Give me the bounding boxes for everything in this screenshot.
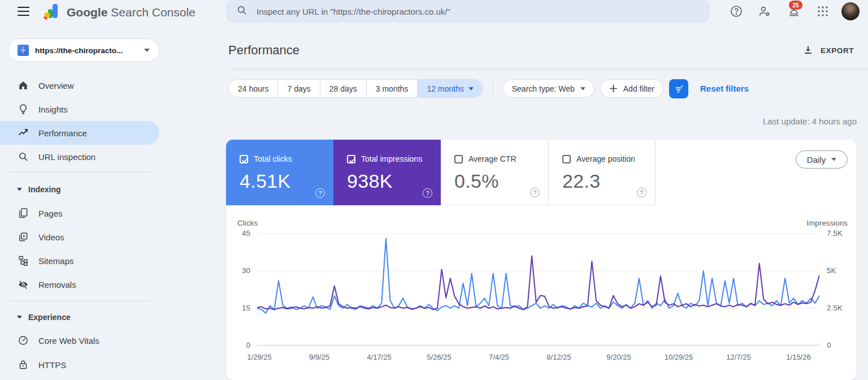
metric-tile-total-impressions[interactable]: Total impressions 938K ? xyxy=(333,140,441,205)
x-axis-label: 7/4/25 xyxy=(489,353,509,361)
tab-28-days[interactable]: 28 days xyxy=(320,80,366,97)
y-axis-tick: 5K xyxy=(827,266,836,275)
impressions-line xyxy=(257,256,819,310)
property-selector[interactable]: https://the-chiropracto... xyxy=(8,38,159,62)
x-axis-label: 10/29/25 xyxy=(665,353,693,361)
compare-filter-button[interactable] xyxy=(669,79,688,98)
download-icon xyxy=(802,45,814,56)
home-icon xyxy=(18,80,29,91)
divider xyxy=(9,172,151,172)
chevron-down-icon xyxy=(144,49,150,52)
reset-filters-link[interactable]: Reset filters xyxy=(700,84,749,93)
sidebar-item-https[interactable]: HTTPS xyxy=(0,353,159,377)
tab-12-months[interactable]: 12 months xyxy=(417,80,482,97)
y-axis-tick: 0 xyxy=(827,341,831,350)
url-inspect-input[interactable] xyxy=(257,7,701,16)
top-bar: GoogleSearch Console 25 xyxy=(0,0,868,23)
x-axis-label: 1/29/25 xyxy=(247,353,271,361)
url-inspect-bar xyxy=(226,0,710,23)
search-console-logo-icon xyxy=(43,3,60,22)
pages-icon xyxy=(18,208,29,219)
search-icon xyxy=(18,151,29,162)
sidebar-item-performance[interactable]: Performance xyxy=(0,121,159,145)
metric-tile-total-clicks[interactable]: Total clicks 4.51K ? xyxy=(226,140,333,205)
sidebar-item-url-inspection[interactable]: URL inspection xyxy=(0,145,159,169)
property-label: https://the-chiropracto... xyxy=(35,46,138,55)
checkbox-unchecked-icon[interactable] xyxy=(454,155,463,163)
apps-grid-icon[interactable] xyxy=(816,5,830,18)
y-axis-tick: 7.5K xyxy=(827,229,843,238)
sidebar-item-removals[interactable]: Removals xyxy=(0,273,159,296)
help-icon[interactable]: ? xyxy=(315,188,325,198)
sidebar-item-videos[interactable]: Videos xyxy=(0,225,159,249)
x-axis-label: 8/12/25 xyxy=(546,353,571,361)
checkbox-checked-icon[interactable] xyxy=(347,155,355,163)
filter-sparkle-icon xyxy=(672,83,685,95)
x-axis-label: 9/9/25 xyxy=(309,353,329,361)
left-axis-title: Clicks xyxy=(237,219,258,227)
y-axis-tick: 45 xyxy=(226,229,250,238)
sidebar-item-sitemaps[interactable]: Sitemaps xyxy=(0,249,159,273)
metric-tile-average-position[interactable]: Average position 22.3 ? xyxy=(548,140,656,205)
plus-icon xyxy=(609,84,618,93)
granularity-dropdown[interactable]: Daily xyxy=(796,150,848,169)
help-icon[interactable]: ? xyxy=(637,188,646,197)
help-icon[interactable]: ? xyxy=(530,188,540,197)
metric-tile-average-ctr[interactable]: Average CTR 0.5% ? xyxy=(441,140,548,205)
chevron-down-icon xyxy=(17,316,22,319)
tab-3-months[interactable]: 3 months xyxy=(366,80,418,97)
sidebar: https://the-chiropracto... Overview Insi… xyxy=(0,23,159,380)
x-axis-label: 4/17/25 xyxy=(367,353,391,361)
x-axis-labels: 1/29/259/9/254/17/255/26/257/4/258/12/25… xyxy=(257,353,819,363)
right-axis-title: Impressions xyxy=(806,219,848,227)
x-axis-label: 9/20/25 xyxy=(606,353,631,361)
app-logo: GoogleSearch Console xyxy=(43,3,196,22)
sidebar-item-pages[interactable]: Pages xyxy=(0,201,159,225)
date-range-tabs: 24 hours 7 days 28 days 3 months 12 mont… xyxy=(228,79,483,98)
y-axis-tick: 0 xyxy=(226,341,250,350)
chevron-down-icon xyxy=(831,158,836,161)
menu-icon[interactable] xyxy=(18,7,29,16)
help-icon[interactable]: ? xyxy=(423,188,432,198)
app-title: GoogleSearch Console xyxy=(67,6,196,19)
x-axis-label: 5/26/25 xyxy=(427,353,451,361)
chevron-down-icon xyxy=(468,87,474,90)
x-axis-label: 1/15/26 xyxy=(786,353,810,361)
page-title: Performance xyxy=(228,43,300,58)
checkbox-unchecked-icon[interactable] xyxy=(562,155,571,163)
speedometer-icon xyxy=(18,335,29,346)
export-button[interactable]: EXPORT xyxy=(802,45,854,56)
performance-line-chart xyxy=(257,234,819,346)
tab-24-hours[interactable]: 24 hours xyxy=(229,80,277,97)
eye-off-icon xyxy=(18,279,29,290)
sidebar-item-overview[interactable]: Overview xyxy=(0,74,159,97)
y-axis-tick: 15 xyxy=(226,304,250,313)
sitemap-icon xyxy=(18,255,29,266)
performance-card: Total clicks 4.51K ? Total impressions 9… xyxy=(226,140,857,380)
tab-7-days[interactable]: 7 days xyxy=(277,80,319,97)
sidebar-item-insights[interactable]: Insights xyxy=(0,97,159,121)
sidebar-item-core-web-vitals[interactable]: Core Web Vitals xyxy=(0,329,159,352)
search-type-dropdown[interactable]: Search type: Web xyxy=(503,79,594,98)
divider xyxy=(493,79,493,98)
chevron-down-icon xyxy=(17,188,22,191)
avatar[interactable] xyxy=(841,2,860,20)
section-indexing[interactable]: Indexing xyxy=(0,180,159,198)
lock-icon xyxy=(18,359,29,370)
help-icon[interactable] xyxy=(730,5,743,18)
lightbulb-icon xyxy=(18,103,29,115)
clicks-line xyxy=(257,239,819,313)
divider xyxy=(228,69,868,70)
checkbox-checked-icon[interactable] xyxy=(240,155,248,163)
notification-count-badge: 25 xyxy=(789,1,802,10)
x-axis-label: 12/7/25 xyxy=(726,353,750,361)
manage-users-icon[interactable] xyxy=(758,5,771,18)
property-favicon xyxy=(18,45,29,56)
google-search-console-app: GoogleSearch Console 25 https://the-chir… xyxy=(0,0,868,380)
section-experience[interactable]: Experience xyxy=(0,308,159,326)
chevron-down-icon xyxy=(580,87,585,90)
filter-toolbar: 24 hours 7 days 28 days 3 months 12 mont… xyxy=(228,79,749,98)
last-update-text: Last update: 4 hours ago xyxy=(763,116,857,126)
add-filter-button[interactable]: Add filter xyxy=(600,79,663,98)
video-icon xyxy=(18,231,29,243)
